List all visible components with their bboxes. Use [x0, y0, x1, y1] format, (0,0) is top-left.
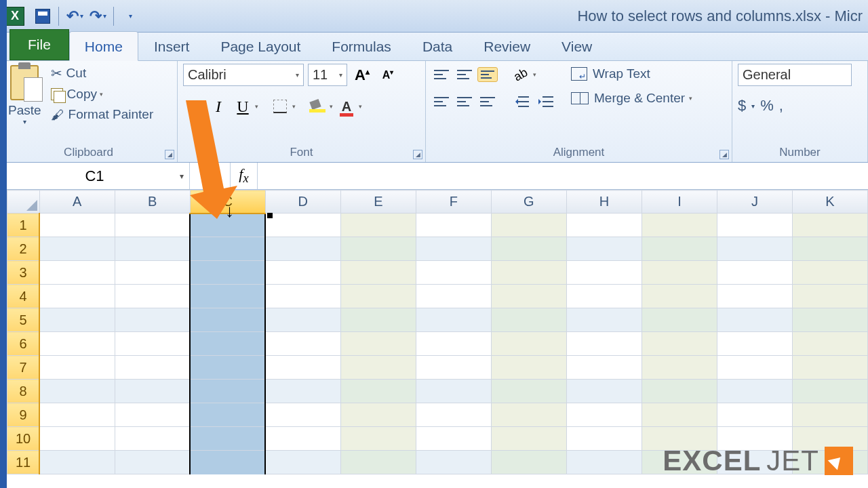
- cell-E11[interactable]: [340, 451, 416, 474]
- cell-I1[interactable]: [642, 214, 717, 237]
- tab-page-layout[interactable]: Page Layout: [205, 31, 316, 60]
- cell-A9[interactable]: [39, 403, 115, 427]
- cell-F2[interactable]: [416, 237, 491, 261]
- cell-C4[interactable]: [190, 285, 265, 308]
- orientation-button[interactable]: ab: [510, 64, 532, 85]
- formula-input[interactable]: [258, 163, 868, 189]
- cell-C2[interactable]: [190, 237, 265, 261]
- align-center-button[interactable]: [454, 94, 475, 109]
- cell-A7[interactable]: [39, 356, 115, 380]
- cell-G6[interactable]: [491, 332, 566, 356]
- cell-H7[interactable]: [566, 356, 642, 380]
- column-header-E[interactable]: E: [340, 190, 416, 214]
- cell-E8[interactable]: [340, 380, 416, 403]
- cell-H9[interactable]: [566, 403, 642, 427]
- cell-B3[interactable]: [115, 261, 190, 285]
- cell-A11[interactable]: [39, 451, 115, 474]
- cell-C3[interactable]: [190, 261, 265, 285]
- cell-E6[interactable]: [340, 332, 416, 356]
- cell-G8[interactable]: [491, 380, 566, 403]
- cell-A5[interactable]: [39, 308, 115, 332]
- shrink-font-button[interactable]: A▾: [377, 64, 399, 86]
- row-header-3[interactable]: 3: [7, 261, 40, 285]
- column-header-I[interactable]: I: [642, 190, 717, 214]
- cell-D3[interactable]: [265, 261, 340, 285]
- column-header-C[interactable]: C: [190, 190, 265, 214]
- decrease-indent-button[interactable]: [510, 91, 532, 113]
- row-header-4[interactable]: 4: [7, 285, 40, 308]
- cell-E4[interactable]: [340, 285, 416, 308]
- cell-H10[interactable]: [566, 427, 642, 451]
- cell-B7[interactable]: [115, 356, 190, 380]
- cell-I8[interactable]: [642, 380, 717, 403]
- cell-G3[interactable]: [491, 261, 566, 285]
- cell-B10[interactable]: [115, 427, 190, 451]
- cell-D2[interactable]: [265, 237, 340, 261]
- cell-B1[interactable]: [115, 214, 190, 237]
- cell-F9[interactable]: [416, 403, 491, 427]
- column-header-G[interactable]: G: [491, 190, 566, 214]
- cell-F5[interactable]: [416, 308, 491, 332]
- cell-K7[interactable]: [792, 356, 867, 380]
- fill-handle[interactable]: [267, 213, 273, 218]
- redo-button[interactable]: ↷▾: [87, 6, 108, 26]
- cell-H2[interactable]: [566, 237, 642, 261]
- cell-D1[interactable]: [265, 214, 340, 237]
- cell-B2[interactable]: [115, 237, 190, 261]
- cell-K3[interactable]: [792, 261, 867, 285]
- cell-J7[interactable]: [717, 356, 792, 380]
- cell-E9[interactable]: [340, 403, 416, 427]
- cell-F6[interactable]: [416, 332, 491, 356]
- merge-center-button[interactable]: Merge & Center ▾: [567, 88, 696, 108]
- cell-J5[interactable]: [717, 308, 792, 332]
- cell-H4[interactable]: [566, 285, 642, 308]
- font-launcher[interactable]: ◢: [413, 150, 422, 159]
- currency-button[interactable]: $: [738, 97, 746, 115]
- cell-K9[interactable]: [792, 403, 867, 427]
- cell-E7[interactable]: [340, 356, 416, 380]
- row-header-2[interactable]: 2: [7, 237, 40, 261]
- excel-app-icon[interactable]: X: [5, 7, 24, 26]
- row-header-1[interactable]: 1: [7, 214, 40, 237]
- cell-E2[interactable]: [340, 237, 416, 261]
- row-header-11[interactable]: 11: [7, 451, 40, 474]
- cell-H8[interactable]: [566, 380, 642, 403]
- font-name-combo[interactable]: Calibri▾: [183, 64, 304, 86]
- cell-H1[interactable]: [566, 214, 642, 237]
- save-button[interactable]: [33, 6, 53, 26]
- cell-H6[interactable]: [566, 332, 642, 356]
- cell-F7[interactable]: [416, 356, 491, 380]
- cell-D4[interactable]: [265, 285, 340, 308]
- cell-I2[interactable]: [642, 237, 717, 261]
- copy-button[interactable]: Copy ▾: [48, 85, 157, 103]
- cell-B4[interactable]: [115, 285, 190, 308]
- row-header-7[interactable]: 7: [7, 356, 40, 380]
- cell-J2[interactable]: [717, 237, 792, 261]
- name-box[interactable]: C1▾: [0, 163, 190, 189]
- cell-F11[interactable]: [416, 451, 491, 474]
- cell-C8[interactable]: [190, 380, 265, 403]
- cell-H3[interactable]: [566, 261, 642, 285]
- cell-K4[interactable]: [792, 285, 867, 308]
- cell-B9[interactable]: [115, 403, 190, 427]
- cell-H5[interactable]: [566, 308, 642, 332]
- cell-H11[interactable]: [566, 451, 642, 474]
- cell-K5[interactable]: [792, 308, 867, 332]
- cell-G5[interactable]: [491, 308, 566, 332]
- cell-C5[interactable]: [190, 308, 265, 332]
- select-all-corner[interactable]: [7, 190, 40, 214]
- cell-D11[interactable]: [265, 451, 340, 474]
- tab-file[interactable]: File: [9, 29, 69, 60]
- cell-F4[interactable]: [416, 285, 491, 308]
- cell-F8[interactable]: [416, 380, 491, 403]
- cell-F10[interactable]: [416, 427, 491, 451]
- paste-button[interactable]: Paste ▾: [5, 64, 44, 127]
- cell-I7[interactable]: [642, 356, 717, 380]
- cell-K1[interactable]: [792, 214, 867, 237]
- cell-I4[interactable]: [642, 285, 717, 308]
- cell-G11[interactable]: [491, 451, 566, 474]
- cut-button[interactable]: ✂Cut: [48, 64, 157, 83]
- cell-B8[interactable]: [115, 380, 190, 403]
- cell-D6[interactable]: [265, 332, 340, 356]
- tab-home[interactable]: Home: [69, 31, 138, 61]
